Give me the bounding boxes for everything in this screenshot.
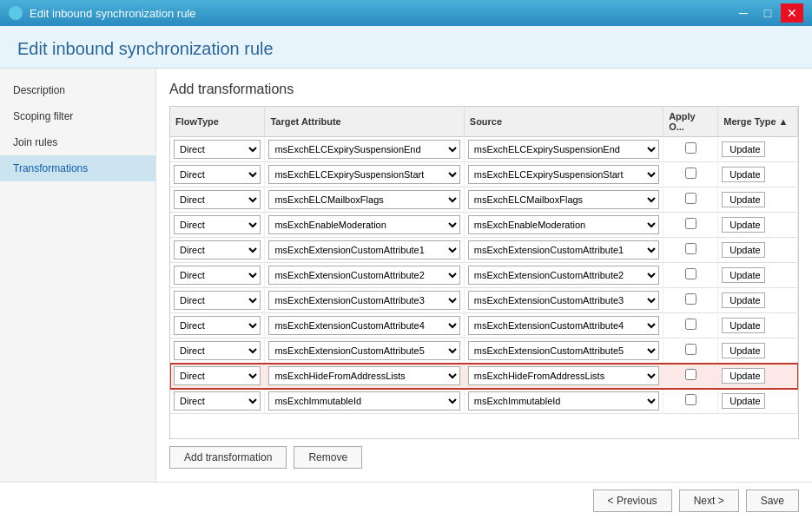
flowtype-select[interactable]: DirectExpressionConstant — [174, 316, 261, 335]
target-select[interactable]: msExchELCExpirySuspensionEnd — [268, 140, 459, 159]
flowtype-select[interactable]: DirectExpressionConstant — [174, 140, 261, 159]
target-select[interactable]: msExchExtensionCustomAttribute2 — [268, 266, 459, 285]
flowtype-select[interactable]: DirectExpressionConstant — [174, 190, 261, 209]
target-select[interactable]: msExchExtensionCustomAttribute3 — [268, 291, 459, 310]
target-select[interactable]: msExchExtensionCustomAttribute1 — [268, 240, 459, 260]
merge-type-cell: Update — [718, 187, 798, 213]
table-row[interactable]: DirectExpressionConstantmsExchExtensionC… — [170, 288, 798, 313]
merge-type-cell: Update — [718, 389, 798, 414]
target-attribute-cell: msExchELCExpirySuspensionStart — [265, 162, 464, 187]
target-attribute-cell: msExchHideFromAddressLists — [265, 364, 464, 389]
merge-type-button[interactable]: Update — [722, 192, 765, 207]
merge-type-button[interactable]: Update — [722, 242, 765, 258]
source-select[interactable]: msExchExtensionCustomAttribute5 — [468, 341, 659, 360]
flowtype-cell: DirectExpressionConstant — [170, 389, 265, 414]
apply-once-checkbox[interactable] — [685, 319, 696, 330]
source-cell: msExchExtensionCustomAttribute4 — [464, 313, 663, 338]
save-button[interactable]: Save — [746, 489, 799, 512]
merge-type-button[interactable]: Update — [722, 267, 765, 283]
source-select[interactable]: msExchExtensionCustomAttribute2 — [468, 266, 659, 285]
page-header: Edit inbound synchronization rule — [0, 26, 812, 69]
maximize-button[interactable]: □ — [756, 3, 779, 23]
merge-type-cell: Update — [718, 338, 798, 364]
previous-button[interactable]: < Previous — [593, 489, 672, 512]
sidebar-item-transformations[interactable]: Transformations — [0, 155, 155, 181]
merge-type-button[interactable]: Update — [722, 141, 765, 157]
table-row[interactable]: DirectExpressionConstantmsExchExtensionC… — [170, 238, 798, 263]
table-row[interactable]: DirectExpressionConstantmsExchImmutableI… — [170, 389, 798, 414]
merge-type-button[interactable]: Update — [722, 318, 765, 333]
flowtype-select[interactable]: DirectExpressionConstant — [174, 391, 261, 411]
merge-type-cell: Update — [718, 364, 798, 389]
add-transformation-button[interactable]: Add transformation — [169, 446, 287, 469]
table-row[interactable]: DirectExpressionConstantmsExchHideFromAd… — [170, 364, 798, 389]
target-select[interactable]: msExchELCMailboxFlags — [268, 190, 459, 209]
flowtype-select[interactable]: DirectExpressionConstant — [174, 266, 261, 285]
target-attribute-cell: msExchExtensionCustomAttribute3 — [265, 288, 464, 313]
target-select[interactable]: msExchELCExpirySuspensionStart — [268, 165, 459, 184]
flowtype-select[interactable]: DirectExpressionConstant — [174, 165, 261, 184]
apply-once-checkbox[interactable] — [685, 142, 696, 154]
merge-type-button[interactable]: Update — [722, 167, 765, 182]
flowtype-cell: DirectExpressionConstant — [170, 288, 265, 313]
source-select[interactable]: msExchExtensionCustomAttribute3 — [468, 291, 659, 310]
target-select[interactable]: msExchExtensionCustomAttribute4 — [268, 316, 459, 335]
apply-once-checkbox[interactable] — [685, 243, 696, 254]
target-select[interactable]: msExchImmutableId — [268, 391, 459, 411]
flowtype-select[interactable]: DirectExpressionConstant — [174, 215, 261, 234]
source-select[interactable]: msExchELCExpirySuspensionEnd — [468, 140, 659, 159]
target-attribute-cell: msExchExtensionCustomAttribute5 — [265, 338, 464, 364]
merge-type-button[interactable]: Update — [722, 368, 765, 384]
apply-once-checkbox[interactable] — [685, 394, 696, 405]
close-button[interactable]: ✕ — [781, 3, 803, 23]
apply-once-checkbox[interactable] — [685, 218, 696, 229]
table-row[interactable]: DirectExpressionConstantmsExchELCExpiryS… — [170, 137, 798, 162]
apply-once-cell — [663, 137, 718, 162]
source-cell: msExchExtensionCustomAttribute1 — [464, 238, 663, 263]
source-select[interactable]: msExchEnableModeration — [468, 215, 659, 234]
target-select[interactable]: msExchHideFromAddressLists — [268, 366, 459, 385]
apply-once-checkbox[interactable] — [685, 193, 696, 204]
window-controls: ─ □ ✕ — [732, 3, 803, 23]
minimize-button[interactable]: ─ — [732, 3, 755, 23]
source-select[interactable]: msExchImmutableId — [468, 391, 659, 411]
target-attribute-cell: msExchEnableModeration — [265, 213, 464, 238]
source-select[interactable]: msExchELCMailboxFlags — [468, 190, 659, 209]
target-select[interactable]: msExchExtensionCustomAttribute5 — [268, 341, 459, 360]
source-select[interactable]: msExchHideFromAddressLists — [468, 366, 659, 385]
table-row[interactable]: DirectExpressionConstantmsExchExtensionC… — [170, 313, 798, 338]
flowtype-select[interactable]: DirectExpressionConstant — [174, 366, 261, 385]
next-button[interactable]: Next > — [679, 489, 739, 512]
merge-type-button[interactable]: Update — [722, 393, 765, 409]
merge-type-button[interactable]: Update — [722, 292, 765, 308]
table-row[interactable]: DirectExpressionConstantmsExchExtensionC… — [170, 338, 798, 364]
flowtype-select[interactable]: DirectExpressionConstant — [174, 291, 261, 310]
apply-once-checkbox[interactable] — [685, 344, 696, 355]
apply-once-checkbox[interactable] — [685, 369, 696, 380]
merge-type-button[interactable]: Update — [722, 217, 765, 233]
table-row[interactable]: DirectExpressionConstantmsExchELCMailbox… — [170, 187, 798, 213]
source-select[interactable]: msExchELCExpirySuspensionStart — [468, 165, 659, 184]
apply-once-checkbox[interactable] — [685, 293, 696, 305]
flowtype-cell: DirectExpressionConstant — [170, 263, 265, 288]
apply-once-checkbox[interactable] — [685, 168, 696, 179]
transformations-table-container[interactable]: FlowType Target Attribute Source Apply O… — [169, 106, 799, 439]
apply-once-cell — [663, 238, 718, 263]
table-row[interactable]: DirectExpressionConstantmsExchELCExpiryS… — [170, 162, 798, 187]
table-row[interactable]: DirectExpressionConstantmsExchEnableMode… — [170, 213, 798, 238]
source-select[interactable]: msExchExtensionCustomAttribute1 — [468, 240, 659, 260]
flowtype-cell: DirectExpressionConstant — [170, 338, 265, 364]
sidebar-item-join-rules[interactable]: Join rules — [0, 129, 155, 155]
remove-button[interactable]: Remove — [294, 446, 362, 469]
target-select[interactable]: msExchEnableModeration — [268, 215, 459, 234]
source-select[interactable]: msExchExtensionCustomAttribute4 — [468, 316, 659, 335]
flowtype-select[interactable]: DirectExpressionConstant — [174, 341, 261, 360]
merge-type-button[interactable]: Update — [722, 343, 765, 358]
sidebar-item-description[interactable]: Description — [0, 77, 155, 103]
apply-once-cell — [663, 338, 718, 364]
sidebar-item-scoping-filter[interactable]: Scoping filter — [0, 103, 155, 129]
table-row[interactable]: DirectExpressionConstantmsExchExtensionC… — [170, 263, 798, 288]
flowtype-select[interactable]: DirectExpressionConstant — [174, 240, 261, 260]
apply-once-checkbox[interactable] — [685, 268, 696, 279]
transformations-table: FlowType Target Attribute Source Apply O… — [170, 107, 798, 414]
